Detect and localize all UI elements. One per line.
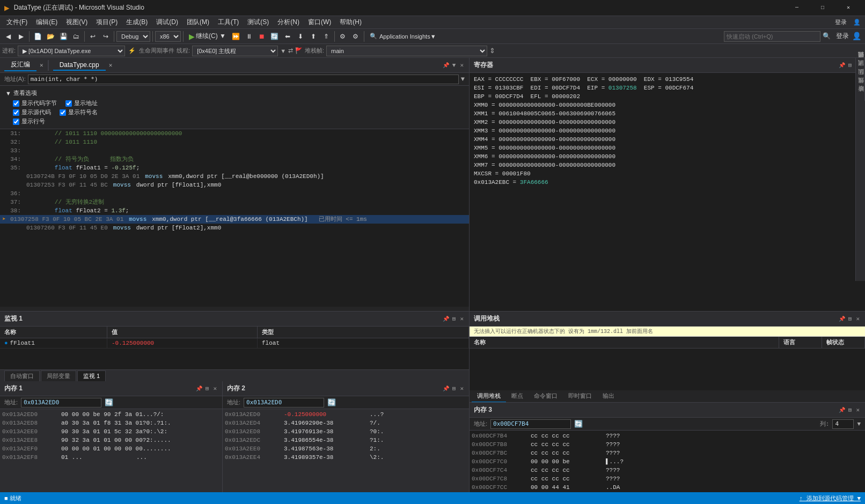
tab-watch1[interactable]: 监视 1 [77, 370, 106, 381]
back-button[interactable]: ◀ [2, 31, 14, 42]
close-icon[interactable]: ✕ [459, 315, 465, 322]
show-address-check[interactable] [65, 100, 72, 107]
mem2-addr-input[interactable] [244, 398, 324, 407]
show-source-option[interactable]: 显示源代码 [13, 108, 51, 116]
thread-button[interactable]: ⚙ [350, 31, 362, 42]
cs-tab-breakpoints[interactable]: 断点 [506, 390, 529, 402]
process-combo[interactable]: ▶ [0x1AD0] DataType.exe [18, 46, 125, 56]
cs-tab-command[interactable]: 命令窗口 [529, 390, 563, 402]
mem1-refresh-icon[interactable]: 🔄 [105, 398, 113, 407]
pin-icon[interactable]: 📌 [839, 407, 845, 413]
float-icon[interactable]: ⊞ [451, 315, 457, 322]
step-back-button[interactable]: ⬅ [282, 31, 294, 42]
menu-team[interactable]: 团队(M) [182, 17, 214, 28]
show-line-check[interactable] [13, 118, 19, 125]
disassembly-tab[interactable]: 反汇编 [4, 59, 36, 71]
close-disasm-icon[interactable]: ✕ [40, 62, 43, 69]
redo-button[interactable]: ↪ [100, 31, 112, 42]
open-button[interactable]: 📂 [45, 31, 56, 42]
save-button[interactable]: 💾 [57, 31, 69, 42]
dropdown-icon[interactable]: ▼ [451, 62, 457, 69]
lifecycle-button[interactable]: ⚡ [127, 46, 137, 56]
stop-button[interactable]: ⏹ [256, 31, 268, 42]
float-icon[interactable]: ⊞ [204, 385, 210, 392]
menu-file[interactable]: 文件(F) [2, 17, 32, 28]
hexdisplay-button[interactable]: ⇑ [320, 31, 332, 42]
thread-switch-icon[interactable]: ⇄ [288, 47, 293, 54]
side-tab-team[interactable]: 团队 [856, 75, 865, 84]
login-button[interactable]: 登录 [835, 18, 847, 26]
step-into-button[interactable]: ⬇ [295, 31, 306, 42]
show-symbol-check[interactable] [60, 109, 66, 116]
side-tab-props[interactable]: 属性 [856, 84, 865, 92]
platform-combo[interactable]: x86 [155, 31, 181, 42]
watch-value[interactable]: -0.125000000 [107, 338, 258, 348]
thread-filter-icon[interactable]: ▼ [280, 48, 286, 54]
pin-icon[interactable]: 📌 [443, 316, 449, 322]
options-title[interactable]: ▼ 查看选项 [5, 89, 464, 97]
side-tab-diag[interactable]: 诊断 [856, 92, 865, 101]
menu-test[interactable]: 测试(S) [243, 17, 273, 28]
menu-help[interactable]: 帮助(H) [335, 17, 366, 28]
close-button[interactable]: ✕ [836, 0, 861, 16]
continue-button[interactable]: ▶ 继续(C) ▼ [186, 31, 229, 42]
side-tab-source[interactable]: 源代码管理 [856, 58, 865, 66]
mem3-refresh-icon[interactable]: 🔄 [574, 420, 583, 428]
user-avatar[interactable]: 👤 [850, 30, 863, 43]
mem3-col-input[interactable] [832, 419, 854, 429]
close-icon[interactable]: ✕ [212, 385, 218, 392]
step-out-button[interactable]: ⬆ [307, 31, 319, 42]
close-panel-icon[interactable]: ✕ [459, 62, 465, 69]
config-combo[interactable]: Debug [116, 31, 150, 42]
pause-button[interactable]: ⏸ [243, 31, 255, 42]
stack-combo[interactable]: main [326, 46, 487, 56]
close-icon[interactable]: ✕ [459, 385, 465, 392]
show-code-bytes-option[interactable]: 显示代码字节 [13, 99, 57, 107]
app-insights-button[interactable]: 🔍 Application Insights ▼ [366, 32, 439, 41]
float-icon[interactable]: ⊞ [847, 62, 853, 69]
menu-analyze[interactable]: 分析(N) [273, 17, 304, 28]
pin-icon[interactable]: 📌 [196, 386, 202, 392]
minimize-button[interactable]: ─ [785, 0, 809, 16]
show-address-option[interactable]: 显示地址 [65, 99, 98, 107]
pin-icon[interactable]: 📌 [839, 62, 845, 69]
side-tab-test[interactable]: 测试 [856, 66, 865, 75]
add-to-source-control[interactable]: ↑ 添加到源代码管理 ▼ [800, 494, 861, 502]
quick-search-input[interactable] [724, 31, 820, 42]
float-icon[interactable]: ⊞ [451, 385, 457, 392]
float-icon[interactable]: ⊞ [847, 406, 853, 413]
step-over-button[interactable]: ⏩ [230, 31, 242, 42]
mem1-addr-input[interactable] [21, 398, 101, 407]
mem2-refresh-icon[interactable]: 🔄 [327, 398, 336, 407]
close-icon[interactable]: ✕ [855, 406, 861, 413]
cs-tab-output[interactable]: 输出 [597, 390, 620, 402]
show-line-option[interactable]: 显示行号 [13, 117, 45, 125]
process-button[interactable]: ⚙ [337, 31, 349, 42]
tab-locals[interactable]: 局部变量 [41, 370, 76, 381]
menu-build[interactable]: 生成(B) [122, 17, 152, 28]
mem2-content[interactable]: 0x013A2ED0 -0.125000000 ...? 0x013A2ED4 … [223, 409, 469, 504]
mem3-col-dropdown[interactable]: ▼ [857, 421, 861, 427]
save-all-button[interactable]: 🗂 [70, 31, 82, 42]
menu-edit[interactable]: 编辑(E) [32, 17, 62, 28]
account-icon[interactable]: 👤 [851, 17, 863, 28]
cs-tab-immediate[interactable]: 即时窗口 [563, 390, 597, 402]
stack-expand-icon[interactable]: ⇕ [489, 47, 495, 55]
file-tab[interactable]: DataType.cpp [53, 60, 106, 71]
forward-button[interactable]: ▶ [15, 31, 27, 42]
close-icon[interactable]: ✕ [855, 315, 861, 322]
pin-icon[interactable]: 📌 [443, 386, 449, 392]
login-label[interactable]: 登录 [836, 32, 849, 41]
cs-tab-callstack[interactable]: 调用堆栈 [472, 390, 506, 402]
thread-flag-icon[interactable]: 🚩 [295, 47, 303, 54]
close-file-icon[interactable]: ✕ [109, 62, 113, 69]
show-source-check[interactable] [13, 109, 19, 116]
menu-project[interactable]: 项目(P) [92, 17, 122, 28]
new-button[interactable]: 📄 [32, 31, 43, 42]
float-icon[interactable]: ⊞ [847, 315, 853, 322]
menu-window[interactable]: 窗口(W) [304, 17, 335, 28]
mem3-addr-input[interactable] [490, 419, 571, 429]
pin-icon[interactable]: 📌 [443, 62, 449, 69]
show-code-bytes-check[interactable] [13, 100, 19, 107]
menu-debug[interactable]: 调试(D) [152, 17, 182, 28]
